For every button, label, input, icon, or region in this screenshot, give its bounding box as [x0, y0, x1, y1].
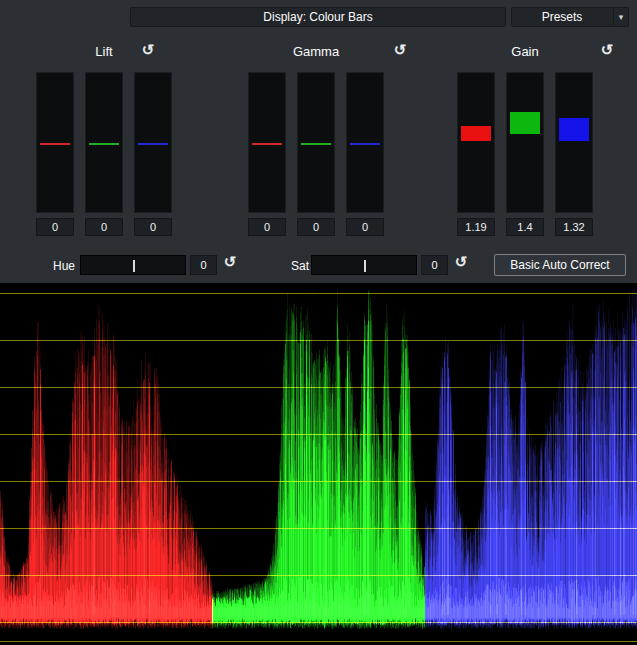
- lift-reset-icon[interactable]: ↺: [139, 41, 157, 59]
- gamma-green-value[interactable]: 0: [297, 218, 335, 236]
- gamma-red-handle[interactable]: [252, 143, 282, 145]
- gain-green-handle[interactable]: [510, 112, 540, 134]
- lift-red-slider[interactable]: [36, 72, 74, 213]
- gain-reset-icon[interactable]: ↺: [598, 41, 616, 59]
- hue-slider-handle[interactable]: [133, 260, 135, 272]
- gamma-blue-slider[interactable]: [346, 72, 384, 213]
- lift-blue-handle[interactable]: [138, 143, 168, 145]
- gain-red-slider[interactable]: [457, 72, 495, 213]
- colour-correction-panel: { "theme": { "bg": "#2c3035", "text": "#…: [0, 0, 637, 645]
- gamma-slider-group: 0 0 0: [248, 72, 384, 238]
- gain-green-slider[interactable]: [506, 72, 544, 213]
- lift-slider-group: 0 0 0: [36, 72, 172, 238]
- hue-slider[interactable]: [80, 255, 186, 275]
- gamma-red-slider[interactable]: [248, 72, 286, 213]
- gain-blue-value[interactable]: 1.32: [555, 218, 593, 236]
- lift-red-value[interactable]: 0: [36, 218, 74, 236]
- scope-canvas: [0, 283, 637, 645]
- gamma-red-value[interactable]: 0: [248, 218, 286, 236]
- sat-label: Sat: [274, 259, 309, 273]
- gain-blue-slider[interactable]: [555, 72, 593, 213]
- presets-button[interactable]: Presets ▾: [511, 7, 629, 27]
- presets-label: Presets: [542, 10, 583, 24]
- sat-slider[interactable]: [311, 255, 417, 275]
- gamma-blue-handle[interactable]: [350, 143, 380, 145]
- gain-section-label: Gain: [457, 44, 593, 59]
- hue-value[interactable]: 0: [190, 255, 217, 275]
- basic-auto-correct-button[interactable]: Basic Auto Correct: [494, 254, 626, 276]
- gamma-blue-value[interactable]: 0: [346, 218, 384, 236]
- lift-green-handle[interactable]: [89, 143, 119, 145]
- hue-reset-icon[interactable]: ↺: [221, 253, 239, 271]
- lift-blue-value[interactable]: 0: [134, 218, 172, 236]
- display-mode-label: Display: Colour Bars: [263, 10, 372, 24]
- gamma-reset-icon[interactable]: ↺: [391, 41, 409, 59]
- gain-slider-group: 1.19 1.4 1.32: [457, 72, 593, 238]
- lift-green-slider[interactable]: [85, 72, 123, 213]
- gamma-green-handle[interactable]: [301, 143, 331, 145]
- lift-blue-slider[interactable]: [134, 72, 172, 213]
- sat-value[interactable]: 0: [421, 255, 448, 275]
- sat-reset-icon[interactable]: ↺: [452, 253, 470, 271]
- gain-red-value[interactable]: 1.19: [457, 218, 495, 236]
- gain-blue-handle[interactable]: [559, 118, 589, 141]
- hue-label: Hue: [40, 259, 75, 273]
- sat-slider-handle[interactable]: [364, 260, 366, 272]
- gain-green-value[interactable]: 1.4: [506, 218, 544, 236]
- gamma-section-label: Gamma: [248, 44, 384, 59]
- lift-green-value[interactable]: 0: [85, 218, 123, 236]
- gamma-green-slider[interactable]: [297, 72, 335, 213]
- chevron-down-icon[interactable]: ▾: [613, 8, 628, 26]
- lift-red-handle[interactable]: [40, 143, 70, 145]
- gain-red-handle[interactable]: [461, 126, 491, 141]
- display-mode-button[interactable]: Display: Colour Bars: [130, 7, 506, 27]
- basic-auto-correct-label: Basic Auto Correct: [510, 258, 609, 272]
